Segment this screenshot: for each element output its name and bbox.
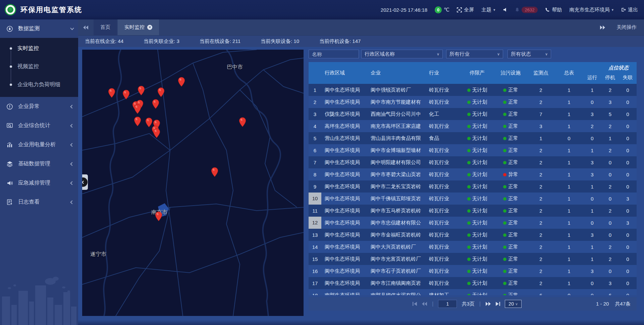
- row-number-cell: 2: [309, 99, 321, 105]
- table-row[interactable]: 9阆中生态环境局阆中市二龙长宝页岩砖砖瓦行业无计划正常21120: [309, 180, 637, 193]
- map-pin[interactable]: [153, 128, 160, 138]
- stat-offline-enterprises: 当前失联企业: 3: [144, 38, 179, 45]
- total-meter-cell: 1: [555, 148, 583, 153]
- table-row[interactable]: 12阆中生态环境局阆中市忠信建材有限公砖瓦行业无计划正常21003: [309, 217, 637, 229]
- sidebar-item-enterprise-abnormal[interactable]: 企业异常: [0, 97, 78, 116]
- region-cell: 阆中生态环境局: [321, 220, 367, 226]
- running-count-cell: 1: [583, 256, 601, 262]
- region-cell: 阆中生态环境局: [321, 196, 367, 202]
- megaphone-icon: [6, 180, 13, 186]
- table-row[interactable]: 10阆中生态环境局阆中千佛镇五郎垭页岩砖瓦行业无计划正常21003: [309, 193, 637, 205]
- map-collapse-handle[interactable]: [82, 174, 88, 190]
- app-root: { "colors": { "green": "#19a42a", "red":…: [0, 0, 644, 325]
- industry-cell: 砖瓦行业: [428, 159, 460, 166]
- table-row[interactable]: 18南部生态环境局南部县砌伟水泥有限公建材加工无计划正常60060: [309, 289, 637, 295]
- table-row[interactable]: 14阆中生态环境局阆中大兴页岩机砖厂砖瓦行业无计划正常21120: [309, 241, 637, 253]
- table-row[interactable]: 13阆中生态环境局阆中市金福旺页岩机砖砖瓦行业无计划正常21300: [309, 229, 637, 241]
- chevron-left-icon: [70, 162, 74, 166]
- table-row[interactable]: 2阆中生态环境局阆中市南方节能建材有砖瓦行业无计划正常21030: [309, 96, 637, 108]
- industry-filter-select[interactable]: 所有行业∨: [446, 50, 503, 58]
- sidebar-item-emergency-reduction[interactable]: 应急减排管理: [0, 173, 78, 193]
- sidebar-item-log-view[interactable]: 日志查看: [0, 193, 78, 212]
- sidebar-subitem-realtime-monitoring[interactable]: 实时监控: [0, 39, 78, 57]
- table-row[interactable]: 8阆中生态环境局阆中市枣碧大梁山页岩砖瓦行业无计划异常21300: [309, 168, 637, 180]
- map-pin[interactable]: [134, 116, 141, 126]
- col-industry: 行业: [428, 70, 460, 76]
- theme-dropdown[interactable]: 主题▾: [481, 7, 495, 13]
- tab-realtime-monitoring[interactable]: 实时监控 ✕: [118, 19, 159, 35]
- table-row[interactable]: 15阆中生态环境局阆中市光富页岩机砖厂砖瓦行业无计划正常21120: [309, 253, 637, 265]
- previous-page-button[interactable]: [422, 302, 427, 306]
- map-pin[interactable]: [155, 211, 162, 221]
- chevron-down-icon: [70, 26, 74, 30]
- map-pin[interactable]: [152, 99, 159, 109]
- table-row[interactable]: 7阆中生态环境局阆中明阳建材有限公司砖瓦行业无计划正常21300: [309, 156, 637, 168]
- datetime-display: 2021-02-25 17:46:18: [381, 7, 427, 13]
- sidebar-item-base-data[interactable]: 基础数据管理: [0, 154, 78, 173]
- total-meter-cell: 0: [555, 292, 583, 295]
- disconnected-count-cell: 3: [619, 220, 637, 226]
- sidebar-subitem-power-load-detail[interactable]: 企业电力负荷明细: [0, 75, 78, 94]
- map-pin[interactable]: [138, 86, 145, 96]
- map-pin[interactable]: [178, 77, 185, 87]
- sidebar-item-data-monitoring[interactable]: 数据监测: [0, 19, 78, 38]
- map-pin[interactable]: [134, 104, 141, 114]
- disconnected-count-cell: 0: [619, 208, 637, 214]
- chevron-down-icon: ▾: [611, 8, 613, 12]
- sidebar-item-label: 数据监测: [18, 25, 71, 32]
- bell-icon: [515, 7, 520, 12]
- monitor-points-cell: 2: [527, 220, 555, 226]
- status-dot-green: [503, 221, 506, 225]
- table-row[interactable]: 11阆中生态环境局阆中市五马桥页岩机砖砖瓦行业无计划正常21120: [309, 205, 637, 217]
- map-pin[interactable]: [157, 87, 165, 97]
- table-row[interactable]: 5营山生态环境局营山县润丰肉食品有限食品无计划正常10010: [309, 132, 637, 144]
- collapse-left-icon[interactable]: [82, 177, 88, 187]
- page-size-select[interactable]: 20∨: [505, 300, 522, 308]
- table-row[interactable]: 6阆中生态环境局阆中市金博瑞新型墙材砖瓦行业无计划正常21120: [309, 144, 637, 156]
- org-dropdown[interactable]: 南充市生态环境局▾: [569, 7, 613, 13]
- map-panel[interactable]: 巴中市 南充市 遂宁市: [82, 50, 304, 316]
- close-icon[interactable]: ✕: [147, 25, 152, 30]
- map-pin[interactable]: [211, 167, 218, 177]
- name-filter-input[interactable]: [312, 51, 356, 57]
- table-row[interactable]: 16阆中生态环境局阆中市石子页岩机砖厂砖瓦行业无计划正常21300: [309, 265, 637, 277]
- map-pin[interactable]: [239, 117, 246, 127]
- logout-button[interactable]: 退出: [621, 7, 638, 13]
- pollution-facility-cell: 正常: [495, 123, 527, 129]
- last-page-button[interactable]: [495, 302, 500, 306]
- sidebar-item-label: 应急减排管理: [18, 179, 71, 186]
- sidebar-item-power-analysis[interactable]: 企业用电量分析: [0, 135, 78, 154]
- map-pin[interactable]: [122, 90, 130, 100]
- notification-area[interactable]: 2632: [515, 7, 538, 13]
- close-operations-button[interactable]: 关闭操作: [616, 24, 637, 31]
- sidebar-item-enterprise-statistics[interactable]: 企业综合统计: [0, 116, 78, 135]
- table-row[interactable]: 1阆中生态环境局阆中强锐页岩砖厂砖瓦行业无计划正常21120: [309, 84, 637, 96]
- first-page-button[interactable]: [413, 302, 417, 306]
- status-filter-select[interactable]: 所有状态∨: [507, 50, 551, 58]
- table-row[interactable]: 17阆中生态环境局阆中市江南镇阆南页岩砖瓦行业无计划正常21030: [309, 277, 637, 289]
- disconnected-count-cell: 0: [619, 111, 637, 117]
- row-number-cell: 5: [309, 136, 321, 141]
- monitor-points-cell: 2: [527, 184, 555, 189]
- tabs-scroll-right-button[interactable]: [600, 25, 605, 30]
- industry-cell: 化工: [428, 111, 460, 117]
- tab-home[interactable]: 首页: [94, 19, 117, 35]
- table-row[interactable]: 3仪陇生态环境局西南油气田分公司川中化工无计划正常71350: [309, 108, 637, 120]
- table-row[interactable]: 4高坪生态环境局南充市高坪区王家店建砖瓦行业无计划正常31220: [309, 120, 637, 132]
- chevron-left-icon: [70, 124, 74, 127]
- status-dot-green: [467, 282, 471, 285]
- tabs-scroll-left-button[interactable]: [78, 19, 94, 35]
- row-number-cell: 8: [309, 172, 321, 177]
- alert-circle-icon: [6, 103, 13, 110]
- sidebar-subitem-video-monitoring[interactable]: 视频监控: [0, 57, 78, 75]
- chevron-left-icon: [70, 105, 74, 108]
- help-button[interactable]: 帮助: [545, 7, 562, 13]
- next-page-button[interactable]: [485, 302, 491, 306]
- page-number-input[interactable]: [438, 300, 457, 308]
- region-filter-select[interactable]: 行政区域名称∨: [361, 50, 443, 58]
- total-pages-label: 共3页: [462, 301, 474, 307]
- map-pin[interactable]: [108, 88, 115, 98]
- sound-mute-button[interactable]: [503, 7, 507, 12]
- fullscreen-button[interactable]: 全屏: [457, 7, 474, 13]
- region-cell: 南部生态环境局: [321, 292, 367, 295]
